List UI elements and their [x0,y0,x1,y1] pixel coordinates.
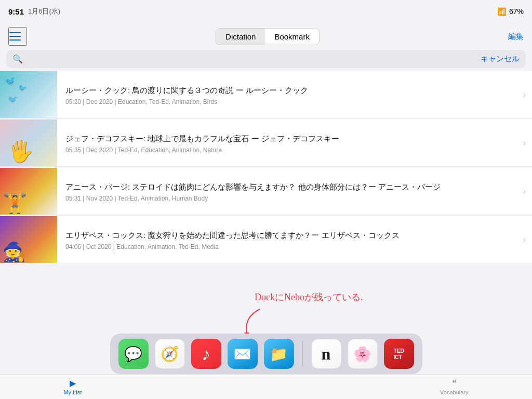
menu-button[interactable] [8,27,27,46]
item-thumbnail: 🐦 🐦 🐦 [0,71,57,118]
hamburger-line [9,32,21,33]
tab-bookmark[interactable]: Bookmark [265,29,319,45]
dock-icon-music[interactable]: ♪ [191,339,221,369]
bottom-bar: ▶ My List ❝ Vocabulary [0,374,532,399]
list-item[interactable]: 🖐️ ジェフ・デコフスキー: 地球上で最もカラフルな宝石 ー ジェフ・デコフスキ… [0,119,532,167]
item-title: ルーシー・クック: 鳥の渡りに関する３つの奇説 ー ルーシー・クック [65,85,514,96]
list-item[interactable]: 🐦 🐦 🐦 ルーシー・クック: 鳥の渡りに関する３つの奇説 ー ルーシー・クック… [0,71,532,118]
battery-icon: 67% [509,7,524,16]
header: Dictation Bookmark 編集 [0,23,532,50]
mylist-icon: ▶ [70,378,76,388]
hamburger-line [9,36,21,37]
item-thumbnail: 🧙 [0,216,57,263]
item-content: アニース・バージ: ステロイドは筋肉にどんな影響を与えますか？ 他の身体部分には… [57,168,523,215]
tab-mylist[interactable]: ▶ My List [63,378,82,395]
chevron-right-icon: › [523,216,532,263]
wifi-icon: 📶 [497,7,506,16]
status-left: 9:51 1月6日(水) [8,7,60,16]
hamburger-line [9,39,21,41]
status-day: 1月6日(水) [28,7,60,16]
item-title: アニース・バージ: ステロイドは筋肉にどんな影響を与えますか？ 他の身体部分には… [65,181,514,192]
dock-icon-photos[interactable]: 🌸 [348,339,378,369]
dock-icon-files[interactable]: 📁 [264,339,294,369]
status-bar: 9:51 1月6日(水) 📶 67% [0,0,532,23]
tab-dictation[interactable]: Dictation [216,29,265,45]
item-content: エリザベス・コックス: 魔女狩りを始めた間違った思考に勝てますか？ー エリザベス… [57,216,523,263]
tab-vocabulary[interactable]: ❝ Vocabulary [440,378,468,395]
mylist-label: My List [63,389,82,395]
search-bar[interactable]: 🔍 キャンセル [6,50,526,68]
dock-icon-safari[interactable]: 🧭 [155,339,185,369]
tab-group: Dictation Bookmark [216,28,320,45]
dock: 💬 🧭 ♪ ✉️ 📁 n 🌸 TEDICT [110,334,422,374]
dock-container: 💬 🧭 ♪ ✉️ 📁 n 🌸 TEDICT [0,334,532,374]
item-meta: 04:06 | Oct 2020 | Education, Animation,… [65,243,514,250]
annotation-arrow-svg [239,307,281,338]
search-icon: 🔍 [12,54,23,64]
item-content: ジェフ・デコフスキー: 地球上で最もカラフルな宝石 ー ジェフ・デコフスキー 0… [57,119,523,166]
vocab-label: Vocabulary [440,389,468,395]
item-meta: 05:31 | Nov 2020 | Ted-Ed, Animation, Hu… [65,195,514,202]
list-item[interactable]: 🧙 エリザベス・コックス: 魔女狩りを始めた間違った思考に勝てますか？ー エリザ… [0,216,532,263]
list-item[interactable]: 🏋️ アニース・バージ: ステロイドは筋肉にどんな影響を与えますか？ 他の身体部… [0,168,532,215]
annotation-text: DockにNeboが残っている. [255,291,363,303]
chevron-right-icon: › [523,168,532,215]
edit-button[interactable]: 編集 [508,32,524,42]
vocab-icon: ❝ [452,378,457,388]
status-time: 9:51 [8,7,24,16]
item-meta: 05:35 | Dec 2020 | Ted-Ed, Education, An… [65,147,514,154]
dock-icon-messages[interactable]: 💬 [118,339,149,369]
dock-icon-nebo[interactable]: n [311,339,341,369]
item-title: ジェフ・デコフスキー: 地球上で最もカラフルな宝石 ー ジェフ・デコフスキー [65,133,514,144]
chevron-right-icon: › [523,119,532,166]
chevron-right-icon: › [523,71,532,118]
item-content: ルーシー・クック: 鳥の渡りに関する３つの奇説 ー ルーシー・クック 05:20… [57,71,523,118]
item-thumbnail: 🏋️ [0,168,57,215]
item-meta: 05:20 | Dec 2020 | Education, Ted-Ed, An… [65,98,514,105]
dock-icon-mail[interactable]: ✉️ [228,339,258,369]
dock-icon-tedict[interactable]: TEDICT [384,339,414,369]
dock-divider [302,341,303,367]
cancel-button[interactable]: キャンセル [481,54,520,64]
status-right: 📶 67% [497,7,524,16]
item-title: エリザベス・コックス: 魔女狩りを始めた間違った思考に勝てますか？ー エリザベス… [65,230,514,241]
content-list: 🐦 🐦 🐦 ルーシー・クック: 鳥の渡りに関する３つの奇説 ー ルーシー・クック… [0,71,532,264]
item-thumbnail: 🖐️ [0,119,57,166]
